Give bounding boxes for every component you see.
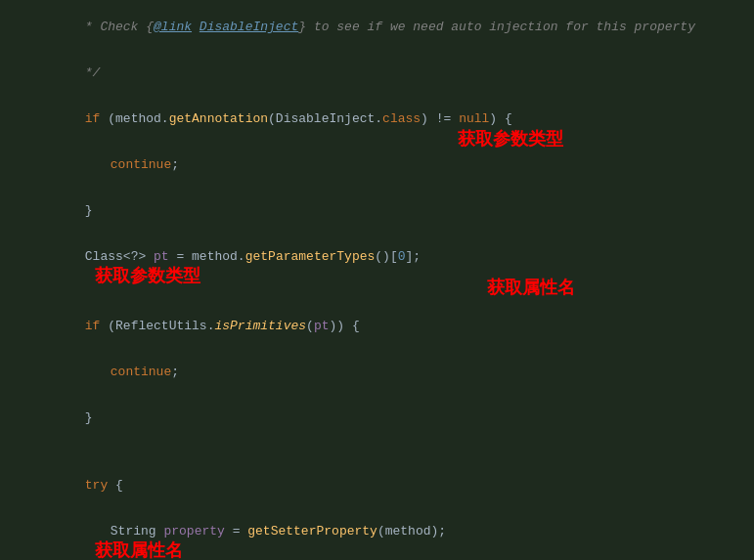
code-line: Class<?> pt = method.getParameterTypes()… — [0, 234, 754, 303]
code-line: if (method.getAnnotation(DisableInject.c… — [0, 96, 754, 142]
line-text: * Check {@link DisableInject} to see if … — [35, 5, 754, 49]
annotation-get-property-name: 获取属性名 — [95, 540, 183, 560]
code-line: */ — [0, 50, 754, 96]
code-line: String property = getSetterProperty(meth… — [0, 508, 754, 560]
line-text: continue; — [35, 350, 754, 394]
annotation-get-param-type: 获取参数类型 — [95, 266, 200, 285]
code-line: continue; — [0, 142, 754, 188]
line-text: String property = getSetterProperty(meth… — [35, 509, 754, 560]
line-text: } — [35, 189, 754, 233]
line-text: try { — [35, 463, 754, 507]
code-line — [0, 441, 754, 462]
code-line: * Check {@link DisableInject} to see if … — [0, 4, 754, 50]
code-line: } — [0, 188, 754, 234]
line-text — [35, 442, 754, 456]
line-text: if (ReflectUtils.isPrimitives(pt)) { — [35, 304, 754, 348]
line-text: } — [35, 396, 754, 440]
code-line: } — [0, 395, 754, 441]
code-editor: * Check {@link DisableInject} to see if … — [0, 0, 754, 560]
code-line: if (ReflectUtils.isPrimitives(pt)) { — [0, 303, 754, 349]
line-text: */ — [35, 51, 754, 95]
line-text: Class<?> pt = method.getParameterTypes()… — [35, 235, 754, 302]
line-text: if (method.getAnnotation(DisableInject.c… — [35, 97, 754, 141]
code-line: try { — [0, 462, 754, 508]
code-line: continue; — [0, 349, 754, 395]
line-text: continue; — [35, 143, 754, 187]
